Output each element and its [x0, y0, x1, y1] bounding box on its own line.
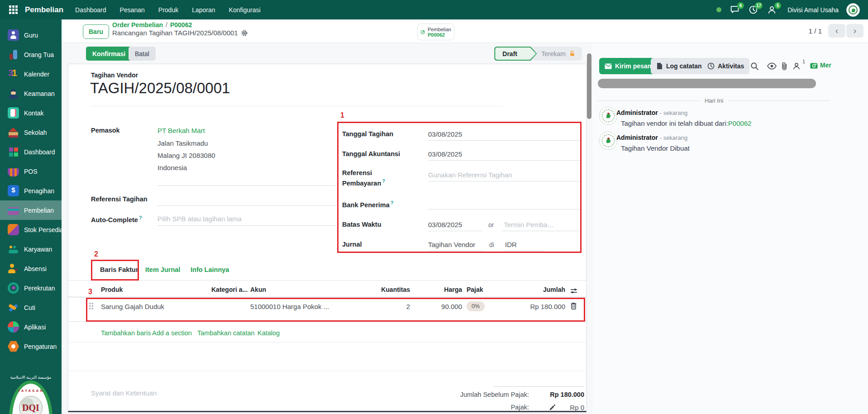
- sidebar-item-kalender[interactable]: Kalender: [0, 64, 62, 84]
- batas-waktu-label: Batas Waktu: [342, 221, 381, 228]
- cell-pajak-badge[interactable]: 0%: [467, 301, 485, 311]
- sidebar-item-pembelian[interactable]: Pembelian: [0, 200, 62, 220]
- user-avatar[interactable]: [846, 3, 860, 17]
- add-section-link[interactable]: Add a section: [152, 329, 192, 337]
- pemasok-value[interactable]: PT Berkah Mart: [157, 127, 205, 134]
- tab-info-lainnya[interactable]: Info Lainnya: [191, 266, 229, 273]
- delete-row-icon[interactable]: [570, 302, 577, 310]
- sidebar-item-kontak[interactable]: Kontak: [0, 103, 62, 123]
- sidebar-item-orang-tua[interactable]: Orang Tua: [0, 45, 62, 64]
- address-line-1: Jalan Tasikmadu: [157, 139, 208, 147]
- source-order-smart-button[interactable]: PembelianP00062: [417, 24, 454, 40]
- search-messages-icon[interactable]: [749, 61, 760, 71]
- bank-penerima-field[interactable]: [428, 209, 581, 209]
- followers-icon[interactable]: 1: [791, 61, 802, 71]
- autocomplete-field[interactable]: Pilih SPB atau tagihan lama: [157, 215, 242, 223]
- sidebar-item-penagihan[interactable]: Penagihan: [0, 181, 62, 200]
- batas-waktu-field[interactable]: 03/08/2025: [428, 221, 462, 228]
- breadcrumb-parent[interactable]: Order Pembelian: [112, 21, 163, 29]
- breadcrumb-ref[interactable]: P00062: [170, 21, 192, 29]
- sidebar-item-sekolah[interactable]: Sekolah: [0, 123, 62, 142]
- add-line-link[interactable]: Tambahkan baris: [101, 329, 151, 337]
- termin-field[interactable]: Termin Pemba...: [504, 221, 553, 228]
- cell-akun[interactable]: 51000010 Harga Pokok ...: [250, 303, 329, 310]
- message-link[interactable]: P00062: [728, 119, 752, 127]
- col-jumlah[interactable]: Jumlah: [520, 286, 565, 293]
- log-note-button[interactable]: Log catatan: [651, 58, 707, 74]
- referensi-pembayaran-field[interactable]: Gunakan Referensi Tagihan: [428, 171, 512, 179]
- referensi-tagihan-field[interactable]: [157, 205, 335, 206]
- col-produk[interactable]: Produk: [101, 286, 123, 293]
- menu-pesanan[interactable]: Pesanan: [120, 6, 145, 14]
- pemasok-label: Pemasok: [91, 127, 120, 134]
- drag-handle[interactable]: [89, 302, 94, 310]
- cancel-button[interactable]: Batal: [129, 47, 156, 61]
- col-harga[interactable]: Harga: [426, 286, 462, 293]
- send-message-button[interactable]: Kirim pesan: [599, 58, 657, 74]
- app-brand[interactable]: Pembelian: [25, 5, 63, 14]
- cell-produk[interactable]: Sarung Gajah Duduk: [101, 303, 164, 310]
- catalog-link[interactable]: Katalog: [258, 329, 280, 337]
- terms-field[interactable]: Syarat dan Ketentuan: [91, 389, 157, 397]
- activities-icon[interactable]: 17: [748, 5, 758, 15]
- col-kategori[interactable]: Kategori a...: [211, 286, 248, 293]
- menu-laporan[interactable]: Laporan: [192, 6, 215, 14]
- sidebar-item-aplikasi[interactable]: Aplikasi: [0, 317, 62, 337]
- address-line-3: Indonesia: [157, 164, 187, 171]
- optional-columns-icon[interactable]: [570, 287, 578, 295]
- sidebar-item-cuti[interactable]: Cuti: [0, 298, 62, 317]
- status-draft[interactable]: Draft: [494, 47, 537, 61]
- tab-baris-faktur[interactable]: Baris Faktur: [100, 266, 138, 273]
- tab-item-jurnal[interactable]: Item Jurnal: [145, 266, 180, 273]
- apps-grid-icon[interactable]: [9, 5, 18, 14]
- pager-next-button[interactable]: ›: [846, 24, 863, 38]
- currency-field[interactable]: IDR: [505, 241, 517, 248]
- message-body: Tagihan vendor ini telah dibuat dari:P00…: [621, 119, 752, 127]
- security-icon: [8, 88, 19, 99]
- sidebar-item-guru[interactable]: Guru: [0, 25, 62, 45]
- cell-kuantitas[interactable]: 2: [365, 303, 410, 310]
- tanggal-akuntansi-label: Tanggal Akuntansi: [342, 150, 400, 157]
- sidebar-item-pos[interactable]: POS: [0, 162, 62, 181]
- sidebar-item-karyawan[interactable]: Karyawan: [0, 239, 62, 259]
- add-note-link[interactable]: Tambahkan catatan: [197, 329, 255, 337]
- menu-konfigurasi[interactable]: Konfigurasi: [229, 6, 261, 14]
- doc-number-title[interactable]: TAGIH/2025/08/0001: [90, 80, 230, 97]
- calendar-icon: [8, 68, 19, 80]
- action-band: Konfirmasi Batal Draft Terekam: [62, 43, 593, 64]
- sidebar-item-pengaturan[interactable]: Pengaturan: [0, 337, 62, 356]
- follow-button[interactable]: Mer: [810, 62, 831, 69]
- col-kuantitas[interactable]: Kuantitas: [365, 286, 410, 293]
- tanggal-tagihan-field[interactable]: 03/08/2025: [428, 130, 462, 138]
- top-menu: Dashboard Pesanan Produk Laporan Konfigu…: [75, 6, 261, 14]
- cell-harga[interactable]: 90.000: [426, 303, 462, 310]
- messages-icon[interactable]: 6: [729, 5, 740, 15]
- sidebar-item-keamanan[interactable]: Keamanan: [0, 84, 62, 103]
- gear-icon[interactable]: [241, 29, 248, 37]
- jurnal-field[interactable]: Tagihan Vendor: [428, 241, 475, 248]
- sidebar-item-dashboard[interactable]: Dashboard: [0, 142, 62, 162]
- sidebar-item-stok[interactable]: Stok Persediaan: [0, 220, 62, 239]
- pager-prev-button[interactable]: ‹: [828, 24, 845, 38]
- col-akun[interactable]: Akun: [250, 286, 266, 293]
- col-pajak[interactable]: Pajak: [467, 286, 483, 293]
- status-terekam[interactable]: Terekam: [537, 50, 582, 57]
- new-record-button[interactable]: Baru: [83, 24, 109, 39]
- activity-button[interactable]: Aktivitas: [702, 58, 749, 74]
- menu-produk[interactable]: Produk: [158, 6, 178, 14]
- watchers-eye-icon[interactable]: [766, 61, 777, 71]
- jurnal-label: Jurnal: [342, 241, 362, 248]
- tanggal-akuntansi-field[interactable]: 03/08/2025: [428, 150, 462, 158]
- camera-icon: [810, 62, 818, 69]
- sidebar-item-perekrutan[interactable]: Perekrutan: [0, 278, 62, 298]
- record-title: Rancangan Tagihan TAGIH/2025/08/0001: [112, 29, 238, 37]
- edit-tax-pencil-icon[interactable]: [549, 404, 556, 411]
- sidebar-item-absensi[interactable]: Absensi: [0, 259, 62, 278]
- confirm-button[interactable]: Konfirmasi: [86, 47, 132, 61]
- menu-dashboard[interactable]: Dashboard: [75, 6, 106, 14]
- company-name[interactable]: Divisi Amal Usaha: [787, 6, 839, 14]
- attachment-paperclip-icon[interactable]: [779, 61, 790, 71]
- requests-icon[interactable]: 5: [766, 5, 777, 15]
- composer-placeholder-bar[interactable]: [598, 79, 816, 88]
- main-scrollbar[interactable]: [587, 53, 591, 119]
